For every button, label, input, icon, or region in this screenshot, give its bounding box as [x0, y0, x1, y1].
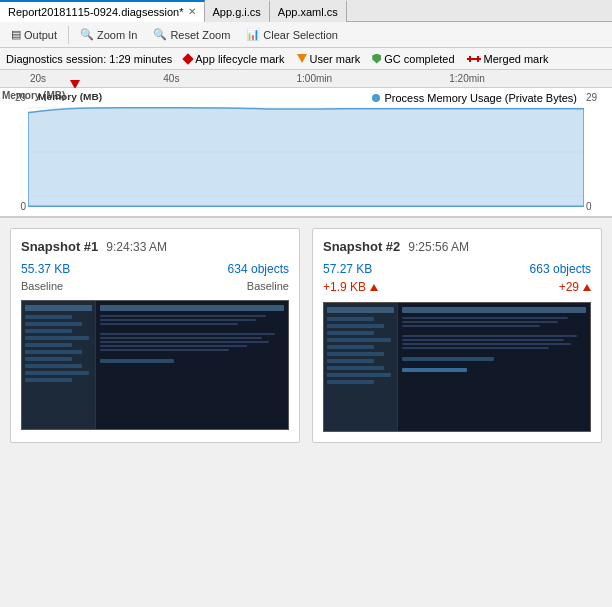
snapshot-1-baseline-right: Baseline [247, 280, 289, 292]
reset-zoom-label: Reset Zoom [170, 29, 230, 41]
memory-chart: 29 Memory (MB) 0 Memory (MB) Process Mem… [0, 88, 612, 218]
tab-bar: Report20181115-0924.diagsession* ✕ App.g… [0, 0, 612, 22]
snapshot-1-objects[interactable]: 634 objects [228, 262, 289, 276]
toolbar: ▤ Output 🔍 Zoom In 🔍 Reset Zoom 📊 Clear … [0, 22, 612, 48]
reset-zoom-button[interactable]: 🔍 Reset Zoom [146, 25, 237, 44]
svg-text:Memory (MB): Memory (MB) [38, 91, 102, 102]
clear-selection-icon: 📊 [246, 28, 260, 41]
snapshot-2-delta-kb: +1.9 KB [323, 280, 378, 294]
tab-xamlcs-label: App.xaml.cs [278, 6, 338, 18]
delta-objects-value: +29 [559, 280, 579, 294]
gc-label: GC completed [384, 53, 454, 65]
diamond-red-icon [183, 53, 194, 64]
tab-xamlcs[interactable]: App.xaml.cs [270, 0, 347, 22]
reset-zoom-icon: 🔍 [153, 28, 167, 41]
tab-diagsession[interactable]: Report20181115-0924.diagsession* ✕ [0, 0, 205, 22]
tab-gics-label: App.g.i.cs [213, 6, 261, 18]
lifecycle-label: App lifecycle mark [195, 53, 284, 65]
output-icon: ▤ [11, 28, 21, 41]
clear-selection-button[interactable]: 📊 Clear Selection [239, 25, 345, 44]
output-label: Output [24, 29, 57, 41]
snapshot-1-baseline: Baseline Baseline [21, 280, 289, 292]
snapshots-area: Snapshot #1 9:24:33 AM 55.37 KB 634 obje… [0, 218, 612, 453]
snapshot-1-stats: 55.37 KB 634 objects [21, 262, 289, 276]
snapshot-2-time: 9:25:56 AM [408, 240, 469, 254]
ruler-mark-1-20min: 1:20min [449, 73, 485, 84]
snapshot-2-stats: 57.27 KB 663 objects [323, 262, 591, 276]
chart-y-right: 29 0 [584, 88, 612, 216]
delta-kb-arrow [370, 284, 378, 291]
chart-y-right-bottom: 0 [586, 201, 610, 212]
merged-info: Merged mark [467, 53, 549, 65]
user-mark-label: User mark [310, 53, 361, 65]
user-mark-info: User mark [297, 53, 361, 65]
ruler-mark-20s: 20s [30, 73, 46, 84]
snapshot-2-delta-objects: +29 [559, 280, 591, 294]
session-info: Diagnostics session: 1:29 minutes [6, 53, 172, 65]
tab-gics[interactable]: App.g.i.cs [205, 0, 270, 22]
zoom-in-icon: 🔍 [80, 28, 94, 41]
snapshot-1-time: 9:24:33 AM [106, 240, 167, 254]
tab-diagsession-label: Report20181115-0924.diagsession* [8, 6, 184, 18]
snapshot-2-title: Snapshot #2 9:25:56 AM [323, 239, 591, 254]
gc-info: GC completed [372, 53, 454, 65]
snapshot-1-title: Snapshot #1 9:24:33 AM [21, 239, 289, 254]
chart-y-right-top: 29 [586, 92, 610, 103]
delta-kb-value: +1.9 KB [323, 280, 366, 294]
triangle-orange-icon [297, 54, 307, 63]
zoom-in-button[interactable]: 🔍 Zoom In [73, 25, 144, 44]
info-bar: Diagnostics session: 1:29 minutes App li… [0, 48, 612, 70]
chart-y-bottom: 0 [2, 201, 26, 212]
legend-dot [372, 94, 380, 102]
chart-legend: Process Memory Usage (Private Bytes) [372, 92, 577, 104]
zoom-in-label: Zoom In [97, 29, 137, 41]
snapshot-2-objects[interactable]: 663 objects [530, 262, 591, 276]
snapshot-1-thumbnail[interactable] [21, 300, 289, 430]
timeline-ruler: 20s 40s 1:00min 1:20min [0, 70, 612, 88]
snapshot-2-number: Snapshot #2 [323, 239, 400, 254]
ruler-mark-1min: 1:00min [297, 73, 333, 84]
merged-label: Merged mark [484, 53, 549, 65]
snapshot-2-card: Snapshot #2 9:25:56 AM 57.27 KB 663 obje… [312, 228, 602, 443]
snapshot-1-baseline-left: Baseline [21, 280, 63, 292]
snapshot-2-deltas: +1.9 KB +29 [323, 280, 591, 294]
ruler-marks: 20s 40s 1:00min 1:20min [30, 73, 612, 84]
ruler-mark-40s: 40s [163, 73, 179, 84]
chart-y-left: 29 Memory (MB) 0 [0, 88, 28, 216]
snapshot-1-kb[interactable]: 55.37 KB [21, 262, 70, 276]
snapshot-1-card: Snapshot #1 9:24:33 AM 55.37 KB 634 obje… [10, 228, 300, 443]
session-label: Diagnostics session: [6, 53, 106, 65]
delta-objects-arrow [583, 284, 591, 291]
separator-1 [68, 26, 69, 44]
shield-green-icon [372, 54, 381, 64]
merged-icon [467, 54, 481, 64]
snapshot-2-thumbnail[interactable] [323, 302, 591, 432]
clear-selection-label: Clear Selection [263, 29, 338, 41]
snapshot-1-number: Snapshot #1 [21, 239, 98, 254]
memory-chart-svg: Memory (MB) [28, 88, 584, 216]
tab-diagsession-close[interactable]: ✕ [188, 6, 196, 17]
lifecycle-info: App lifecycle mark [184, 53, 284, 65]
session-duration: 1:29 minutes [109, 53, 172, 65]
snapshot-2-kb[interactable]: 57.27 KB [323, 262, 372, 276]
output-button[interactable]: ▤ Output [4, 25, 64, 44]
legend-label: Process Memory Usage (Private Bytes) [384, 92, 577, 104]
